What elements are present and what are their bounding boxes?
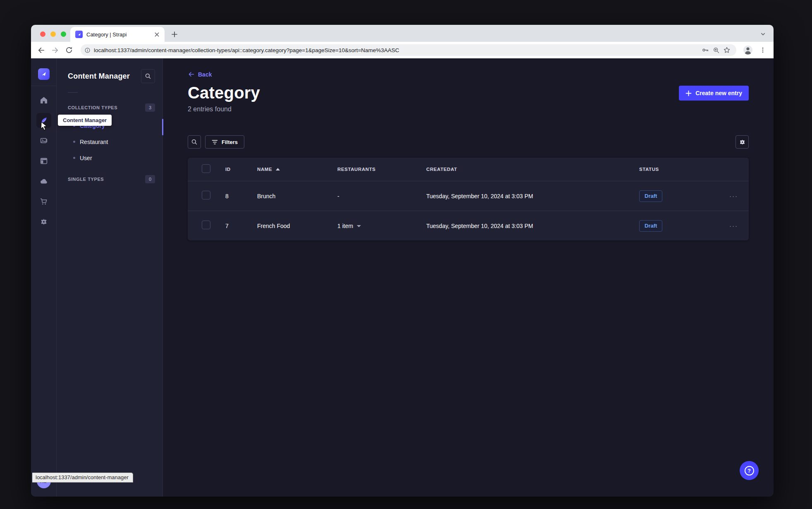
select-all-checkbox[interactable]	[202, 164, 210, 173]
strapi-favicon-icon	[75, 31, 83, 38]
rail-cloud-icon[interactable]	[36, 174, 51, 189]
view-settings-button[interactable]	[736, 135, 749, 149]
tab-title: Category | Strapi	[86, 31, 153, 38]
header-restaurants[interactable]: RESTAURANTS	[337, 167, 426, 172]
table-row[interactable]: 8 Brunch - Tuesday, September 10, 2024 a…	[188, 181, 749, 211]
row-more-icon[interactable]: ···	[717, 222, 749, 229]
rail-home-icon[interactable]	[36, 93, 51, 108]
chevron-down-icon	[357, 225, 361, 227]
subnav-divider	[68, 92, 78, 93]
main-content: Back Category Create new entry 2 entries…	[163, 58, 774, 497]
cell-name: Brunch	[257, 193, 337, 199]
cell-id: 7	[221, 223, 257, 229]
rail-marketplace-icon[interactable]	[36, 194, 51, 209]
cell-id: 8	[221, 193, 257, 199]
collection-types-label: COLLECTION TYPES	[68, 105, 117, 110]
rail-content-type-builder-icon[interactable]	[36, 154, 51, 168]
toolbar-right	[742, 44, 769, 56]
header-createdat[interactable]: CREATEDAT	[426, 167, 639, 172]
entries-table: ID NAME RESTAURANTS CREATEDAT STATUS 8	[188, 158, 749, 240]
desktop-background: Category | Strapi	[0, 0, 812, 509]
forward-icon[interactable]	[49, 44, 61, 56]
filter-icon	[212, 139, 218, 145]
page-title: Category	[188, 84, 260, 102]
bullet-icon	[73, 141, 75, 143]
tab-close-icon[interactable]	[153, 31, 160, 38]
bookmark-star-icon[interactable]	[721, 45, 732, 55]
address-bar[interactable]: localhost:1337/admin/content-manager/col…	[81, 44, 736, 56]
minimize-window-button[interactable]	[50, 31, 56, 37]
cell-createdat: Tuesday, September 10, 2024 at 3:03 PM	[426, 193, 639, 199]
row-checkbox[interactable]	[202, 191, 210, 199]
rail-media-library-icon[interactable]	[36, 133, 51, 148]
sidebar-item-restaurant[interactable]: Restaurant	[68, 134, 155, 150]
browser-toolbar: localhost:1337/admin/content-manager/col…	[31, 42, 774, 58]
entries-count: 2 entries found	[188, 106, 749, 113]
table-search-button[interactable]	[188, 135, 201, 149]
cell-name: French Food	[257, 223, 337, 229]
collection-types-count-badge: 3	[145, 103, 155, 112]
cell-restaurants[interactable]: 1 item	[337, 223, 353, 229]
header-id[interactable]: ID	[221, 167, 257, 172]
browser-window: Category | Strapi	[31, 25, 774, 497]
single-types-label: SINGLE TYPES	[68, 177, 104, 182]
row-checkbox[interactable]	[202, 221, 210, 229]
rail-settings-icon[interactable]	[36, 214, 51, 229]
browser-menu-icon[interactable]	[757, 44, 769, 56]
tab-bar: Category | Strapi	[31, 25, 774, 42]
sidebar-item-user[interactable]: User	[68, 150, 155, 166]
profile-avatar-icon[interactable]	[742, 44, 754, 56]
main-nav-rail: KD	[31, 58, 57, 497]
back-link[interactable]: Back	[188, 71, 749, 78]
table-row[interactable]: 7 French Food 1 item Tuesday, September …	[188, 211, 749, 240]
zoom-icon[interactable]	[711, 45, 721, 55]
strapi-app: KD Content Manager COLLECTION TYPES 3	[31, 58, 774, 497]
plus-icon	[685, 90, 692, 96]
link-status-bar: localhost:1337/admin/content-manager	[32, 473, 133, 483]
table-header-row: ID NAME RESTAURANTS CREATEDAT STATUS	[188, 158, 749, 181]
filters-button[interactable]: Filters	[205, 135, 244, 149]
cell-restaurants: -	[337, 193, 426, 199]
question-mark-icon: ?	[745, 466, 754, 475]
subnav-search-button[interactable]	[141, 69, 155, 83]
single-types-count-badge: 0	[145, 175, 155, 183]
strapi-logo-icon[interactable]	[38, 68, 50, 80]
tab-search-chevron-icon[interactable]	[758, 29, 768, 39]
header-name[interactable]: NAME	[257, 167, 272, 172]
header-status[interactable]: STATUS	[639, 167, 717, 172]
reload-icon[interactable]	[63, 44, 75, 56]
status-badge: Draft	[639, 190, 662, 202]
sort-asc-icon	[276, 168, 280, 170]
gear-icon	[739, 139, 746, 146]
row-more-icon[interactable]: ···	[717, 192, 749, 199]
arrow-left-icon	[188, 71, 195, 78]
status-badge: Draft	[639, 220, 662, 232]
bullet-icon	[73, 157, 75, 159]
browser-tab[interactable]: Category | Strapi	[70, 27, 165, 42]
close-window-button[interactable]	[40, 31, 45, 37]
subnav-title: Content Manager	[68, 72, 130, 81]
cell-createdat: Tuesday, September 10, 2024 at 3:03 PM	[426, 223, 639, 229]
url-text[interactable]: localhost:1337/admin/content-manager/col…	[94, 47, 700, 53]
new-tab-button[interactable]	[169, 29, 180, 40]
maximize-window-button[interactable]	[61, 31, 66, 37]
passwords-key-icon[interactable]	[700, 45, 711, 55]
help-button[interactable]: ?	[740, 461, 759, 480]
rail-divider	[31, 86, 56, 86]
window-controls	[40, 31, 66, 37]
content-manager-tooltip: Content Manager	[58, 115, 112, 126]
site-info-icon[interactable]	[84, 47, 91, 53]
back-icon[interactable]	[35, 44, 47, 56]
search-icon	[191, 139, 198, 145]
rail-content-manager-icon[interactable]	[36, 113, 51, 128]
create-new-entry-button[interactable]: Create new entry	[679, 86, 749, 101]
